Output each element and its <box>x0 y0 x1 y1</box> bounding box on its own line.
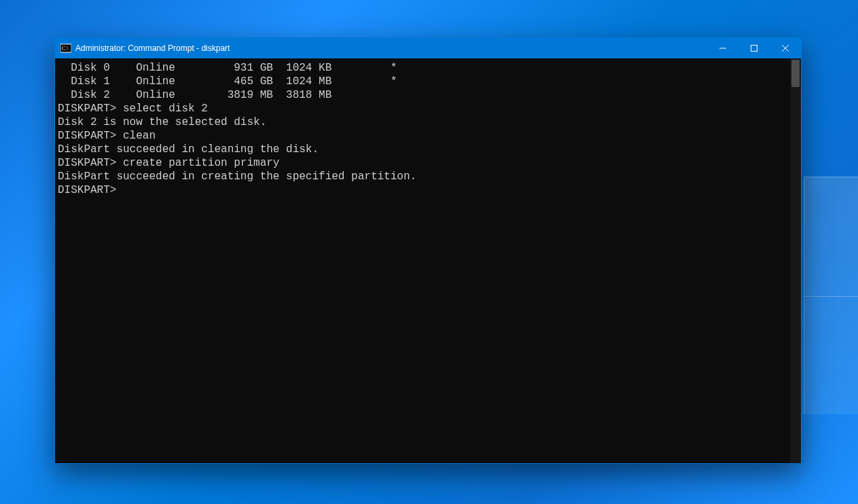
terminal-line: DISKPART> select disk 2 <box>58 102 787 115</box>
cmd-icon: C:\ <box>60 43 71 54</box>
terminal-line: DiskPart succeeded in creating the speci… <box>58 170 787 183</box>
terminal-line: Disk 2 Online 3819 MB 3818 MB <box>58 88 787 102</box>
minimize-button[interactable] <box>707 38 738 58</box>
maximize-button[interactable] <box>738 38 770 58</box>
svg-text:C:\: C:\ <box>62 46 69 52</box>
terminal-line: DISKPART> <box>58 183 787 197</box>
terminal-line: Disk 0 Online 931 GB 1024 KB * <box>58 61 787 75</box>
terminal-line: DISKPART> clean <box>58 129 787 143</box>
close-button[interactable] <box>770 38 801 58</box>
terminal-body[interactable]: Disk 0 Online 931 GB 1024 KB * Disk 1 On… <box>55 58 801 463</box>
terminal-output[interactable]: Disk 0 Online 931 GB 1024 KB * Disk 1 On… <box>55 58 790 463</box>
window-controls <box>707 38 801 58</box>
scrollbar[interactable] <box>790 58 801 463</box>
titlebar[interactable]: C:\ Administrator: Command Prompt - disk… <box>55 38 801 58</box>
terminal-line: Disk 2 is now the selected disk. <box>58 115 787 129</box>
window-title: Administrator: Command Prompt - diskpart <box>75 43 707 53</box>
terminal-line: DiskPart succeeded in cleaning the disk. <box>58 143 787 156</box>
terminal-line: Disk 1 Online 465 GB 1024 MB * <box>58 75 787 88</box>
terminal-line: DISKPART> create partition primary <box>58 156 787 170</box>
command-prompt-window: C:\ Administrator: Command Prompt - disk… <box>54 37 802 464</box>
scrollbar-thumb[interactable] <box>791 60 800 87</box>
desktop-tile-edge <box>804 177 858 414</box>
svg-rect-3 <box>751 46 757 52</box>
